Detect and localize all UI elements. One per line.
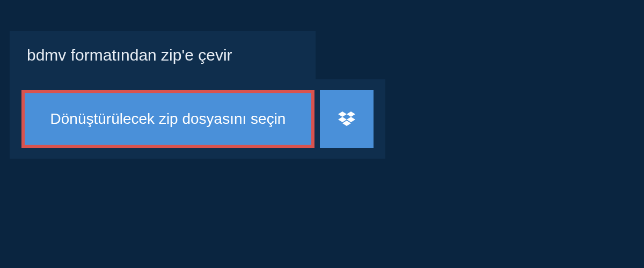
upload-section: Dönüştürülecek zip dosyasını seçin bbox=[10, 79, 385, 159]
page-title: bdmv formatından zip'e çevir bbox=[27, 46, 232, 64]
dropbox-icon bbox=[338, 111, 355, 126]
page-title-tab: bdmv formatından zip'e çevir bbox=[10, 31, 316, 79]
select-file-button[interactable]: Dönüştürülecek zip dosyasını seçin bbox=[21, 90, 314, 148]
select-file-label: Dönüştürülecek zip dosyasını seçin bbox=[50, 110, 286, 128]
main-container: bdmv formatından zip'e çevir Dönüştürüle… bbox=[0, 0, 644, 159]
dropbox-button[interactable] bbox=[320, 90, 374, 148]
